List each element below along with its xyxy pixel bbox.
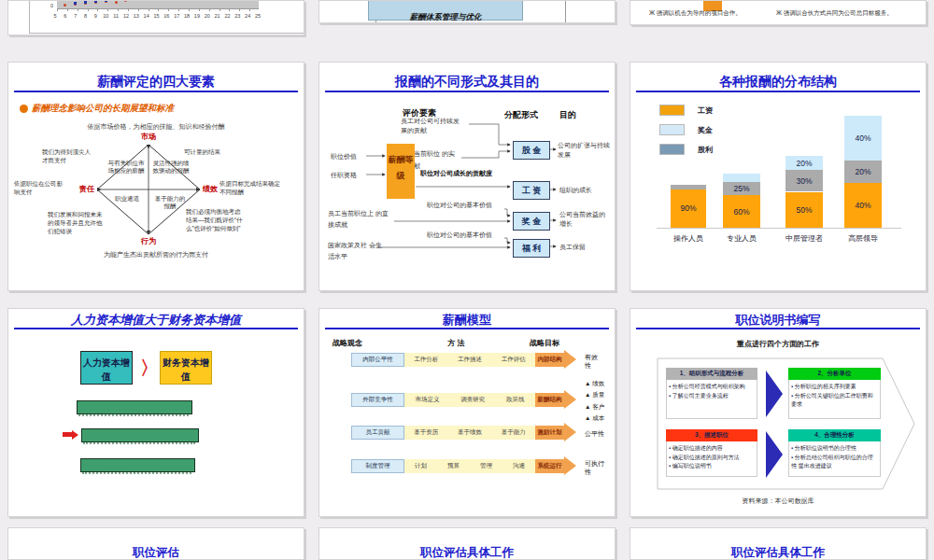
model-target: 薪酬结构 <box>535 393 564 407</box>
slide-thumb-system-fragment[interactable]: 薪酬体系管理与优化 <box>318 0 616 23</box>
process-box-body: 分析职位说明书的合理性分析总结公司组织与职位的合理性 提出改进建议 <box>788 441 881 477</box>
bullet-line: Ж 强调以合伙方式共同为公司总目标服务。 <box>776 9 916 18</box>
source-note: 资料来源：本公司数据库 <box>630 497 926 506</box>
outcome-label: 公平性 <box>585 429 613 438</box>
slide-thumb-partner-fragment[interactable]: Ж 强调以机会为导向的项目合作。 Ж 强调以合伙方式共同为公司总目标服务。 <box>630 0 927 25</box>
process-box-header: 2、分析单位 <box>788 368 881 380</box>
note-bottom-left: 我们发展和回报未来的领导者并且允许他们犯错误 <box>48 211 107 235</box>
eval-element: 员工对公司可持续发展的贡献 <box>401 117 464 135</box>
slide-reward-forms[interactable]: 报酬的不同形式及其目的 评价要素 分配形式 目的 <box>318 62 616 291</box>
process-bullet: 确定职位描述的原则与方法 <box>669 454 755 463</box>
model-method: 调查研究 <box>460 396 485 404</box>
bar-segment-工资: 90% <box>671 189 706 228</box>
arrow-head-icon <box>564 390 576 409</box>
baseline <box>657 228 901 229</box>
bar-segment-奖金: 20% <box>785 156 823 170</box>
note-top-right: 可计量的结果 <box>184 148 231 157</box>
outcome-bullet: ▲ 成本 <box>585 413 615 424</box>
slide-title: 职位评估具体工作 <box>319 545 615 560</box>
human-capital-box: 人力资本增值 <box>80 351 133 385</box>
green-bar <box>77 400 192 414</box>
footer-text: 为能产生杰出贡献所需的行为而支付 <box>8 250 304 259</box>
title-rule <box>14 91 298 92</box>
slide-sorter-canvas: 0 5678910111213141516171819202122232425 … <box>0 0 934 560</box>
financial-capital-box: 财务资本增值 <box>160 351 212 385</box>
bar-category-label: 高层领导 <box>833 233 893 244</box>
slide-job-evaluation[interactable]: 职位评估 <box>7 527 304 560</box>
slide-human-capital[interactable]: 人力资本增值大于财务资本增值 人力资本增值 〉 财务资本增值 <box>7 308 304 517</box>
outcome-bullet: ▲ 客户 <box>585 401 615 413</box>
data-point-series-red <box>64 4 66 7</box>
bar-segment-奖金 <box>723 174 760 182</box>
arrow-head-icon <box>564 350 576 369</box>
form-box-bonus: 奖 金 <box>513 212 550 231</box>
green-bar <box>80 458 195 472</box>
model-concept: 内部公平性 <box>351 353 404 367</box>
subtitle-text: 依据市场价格，为相应的技能、知识和经验付酬 <box>8 122 304 132</box>
slide-four-factors[interactable]: 薪酬评定的四大要素 薪酬理念影响公司的长期展望和标准 依据市场价格，为相应的技能… <box>7 62 304 291</box>
tiny-caption <box>83 442 195 444</box>
slide-job-description[interactable]: 职位说明书编写 重点进行四个方面的工作 1、组织形式与流程分析分析公司经营模式与… <box>630 308 927 517</box>
input-label: 职位价值 <box>331 152 364 161</box>
model-method: 沟通 <box>513 462 525 470</box>
model-method-band: 计划预算管理沟通 <box>404 459 535 473</box>
vertex-market: 市场 <box>137 132 160 142</box>
red-arrow <box>63 432 72 437</box>
data-point-series-blue <box>94 0 97 3</box>
bar-segment-工资: 60% <box>723 195 760 228</box>
model-method: 基于资历 <box>414 428 438 437</box>
eval-element: 国家政策及社 会生活水平 <box>328 240 384 262</box>
process-box-header: 1、组织形式与流程分析 <box>666 368 757 380</box>
slide-job-evaluation-work-2[interactable]: 职位评估具体工作 <box>630 527 927 560</box>
data-point-series-red <box>124 0 127 2</box>
data-point-series-red <box>115 1 118 4</box>
tiny-caption <box>78 414 189 416</box>
bar-segment-工资: 40% <box>844 183 882 228</box>
process-bullet: 编写职位说明书 <box>669 462 755 471</box>
arrow-head-icon <box>564 423 576 441</box>
green-bar <box>81 428 199 442</box>
process-bullet: 分析公司经营模式与组织架构 <box>669 383 755 392</box>
model-method: 基于绩效 <box>458 428 482 437</box>
slide-title: 薪酬评定的四大要素 <box>8 74 304 91</box>
quadrant-bottom-left: 职业通道 <box>109 195 145 203</box>
quadrant-top-right: 灵活性强的绩效驱动的报酬 <box>152 160 190 175</box>
input-label: 任职资格 <box>331 171 364 180</box>
greater-than-symbol: 〉 <box>140 356 159 381</box>
tiny-caption <box>82 472 191 474</box>
clock-icon <box>20 105 28 113</box>
vertex-behavior: 行为 <box>137 236 160 246</box>
process-bullet: 分析总结公司组织与职位的合理性 提出改进建议 <box>791 454 878 471</box>
x-tick-label: 25 <box>252 13 263 19</box>
stacked-bar-chart: 90%操作人员60%25%专业人员50%30%20%中层管理者40%20%40%… <box>630 63 927 291</box>
model-target: 系统运行 <box>535 459 564 473</box>
outcome-bullet: ▲ 绩效 <box>585 378 615 389</box>
quadrant-top-left: 与有关职位市场相应的薪酬 <box>107 160 145 175</box>
slide-job-evaluation-work-1[interactable]: 职位评估具体工作 <box>318 527 616 560</box>
eval-element: 员工当前职位上 的直接成就 <box>328 208 389 231</box>
slide-pay-distribution[interactable]: 各种报酬的分布结构 工资奖金股利 90%操作人员60%25%专业人员50%30%… <box>630 62 927 291</box>
note-left: 依据职位在公司影响支付 <box>14 180 68 197</box>
bar-segment-奖金: 40% <box>844 116 882 161</box>
data-point-series-blue <box>115 0 118 1</box>
bar-segment-工资: 50% <box>785 192 823 229</box>
process-bullet: 确定职位描述的内容 <box>669 444 755 454</box>
form-box-stock: 股 金 <box>513 141 550 160</box>
grade-box: 薪酬等级 <box>387 144 415 199</box>
data-point-series-blue <box>74 2 77 5</box>
outcome-label: 有效性 <box>585 353 601 370</box>
eval-element: 职位对公司的基本价值 <box>427 231 511 240</box>
bar-segment-股利: 20% <box>844 161 882 183</box>
slide-thumb-chart-fragment[interactable]: 0 5678910111213141516171819202122232425 <box>7 0 304 35</box>
slide-salary-model[interactable]: 薪酬模型 战略观念 方 法 战略目标 内部公平性工作分析工作描述工作评估内部结构… <box>318 308 616 517</box>
x-axis-tick-labels: 5678910111213141516171819202122232425 <box>8 13 304 22</box>
process-bullet: 分析职位的相关序列要素 <box>791 383 878 392</box>
model-method-band: 市场定义调查研究政策线 <box>404 393 535 407</box>
bullet-line: Ж 强调以机会为导向的项目合作。 <box>649 9 772 18</box>
outcome-label: 可执行性 <box>585 459 605 476</box>
note-bottom-right: 我们必须均衡地考虑结果—我们既评价“什么”也评价“如何做到” <box>186 208 244 232</box>
slide-title: 人力资本增值大于财务资本增值 <box>8 312 304 329</box>
model-method: 工作描述 <box>458 356 482 364</box>
model-method: 基于能力 <box>502 428 526 437</box>
model-method: 计划 <box>415 462 427 470</box>
